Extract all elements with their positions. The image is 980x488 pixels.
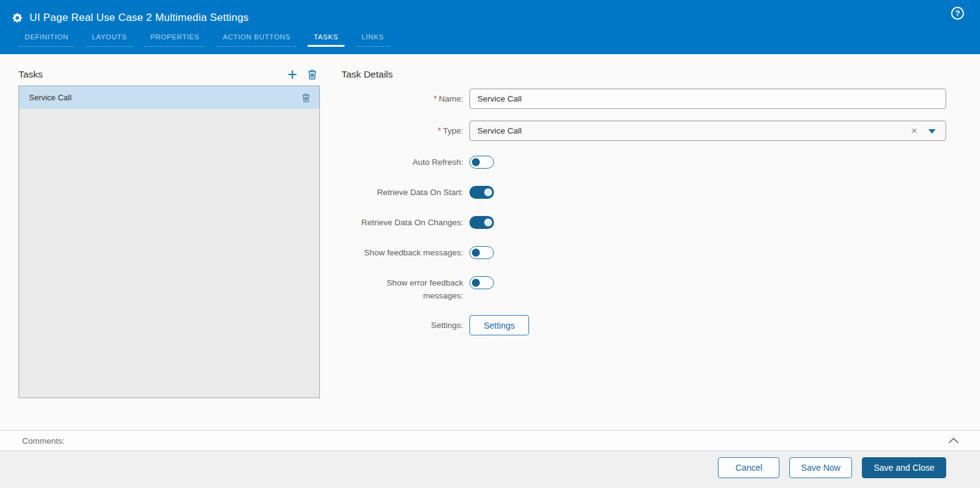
save-and-close-button[interactable]: Save and Close bbox=[862, 457, 946, 478]
help-icon[interactable]: ? bbox=[951, 7, 964, 20]
tab-properties[interactable]: PROPERTIES bbox=[144, 30, 205, 47]
retrieve-data-on-changes-label: Retrieve Data On Changes: bbox=[341, 216, 463, 229]
auto-refresh-label: Auto Refresh: bbox=[341, 156, 463, 169]
footer-action-bar: Cancel Save Now Save and Close bbox=[0, 451, 980, 488]
tab-tasks[interactable]: TASKS bbox=[308, 30, 345, 47]
trash-icon bbox=[307, 69, 317, 80]
save-now-button[interactable]: Save Now bbox=[789, 457, 852, 478]
name-row: *Name: bbox=[341, 89, 980, 109]
type-select[interactable]: Service Call × bbox=[469, 121, 946, 141]
tab-action-buttons[interactable]: ACTION BUTTONS bbox=[217, 30, 297, 47]
show-feedback-messages-toggle[interactable] bbox=[469, 246, 494, 259]
task-details-title: Task Details bbox=[341, 63, 980, 86]
page-title: UI Page Real Use Case 2 Multimedia Setti… bbox=[30, 12, 249, 24]
required-asterisk: * bbox=[434, 94, 437, 103]
toggle-knob bbox=[484, 188, 492, 196]
gear-icon bbox=[11, 12, 23, 24]
clear-icon[interactable]: × bbox=[911, 124, 917, 137]
task-details-form: *Name: *Type: Service Call × bbox=[341, 89, 980, 335]
show-feedback-messages-row: Show feedback messages: bbox=[341, 246, 980, 259]
cancel-button[interactable]: Cancel bbox=[718, 457, 779, 478]
tasks-panel-actions: + bbox=[287, 68, 320, 81]
tasks-panel: Tasks + Service Call bbox=[18, 54, 320, 430]
tab-bar: DEFINITION LAYOUTS PROPERTIES ACTION BUT… bbox=[0, 30, 980, 47]
show-error-feedback-messages-row: Show error feedback messages: bbox=[341, 276, 980, 302]
show-error-feedback-messages-toggle[interactable] bbox=[469, 276, 494, 289]
delete-task-button[interactable] bbox=[307, 69, 317, 80]
main-content: Tasks + Service Call bbox=[0, 54, 980, 430]
auto-refresh-toggle[interactable] bbox=[469, 156, 494, 169]
task-details-panel: Task Details *Name: *Type: bbox=[341, 54, 980, 430]
retrieve-data-on-changes-row: Retrieve Data On Changes: bbox=[341, 216, 980, 229]
toggle-knob bbox=[472, 279, 480, 287]
comments-label: Comments: bbox=[22, 436, 65, 446]
tab-layouts[interactable]: LAYOUTS bbox=[86, 30, 133, 47]
task-item-label: Service Call bbox=[29, 93, 71, 102]
chevron-up-icon[interactable] bbox=[948, 438, 959, 444]
chevron-down-icon[interactable] bbox=[928, 129, 936, 134]
settings-button[interactable]: Settings bbox=[469, 315, 529, 335]
retrieve-data-on-start-label: Retrieve Data On Start: bbox=[341, 186, 463, 199]
plus-icon: + bbox=[287, 68, 297, 81]
tasks-panel-title: Tasks bbox=[18, 69, 43, 80]
settings-row: Settings: Settings bbox=[341, 315, 980, 335]
retrieve-data-on-start-row: Retrieve Data On Start: bbox=[341, 186, 980, 199]
trash-icon bbox=[301, 93, 311, 103]
add-task-button[interactable]: + bbox=[287, 68, 297, 81]
type-label: *Type: bbox=[341, 124, 463, 137]
tab-definition[interactable]: DEFINITION bbox=[18, 30, 74, 47]
task-list: Service Call bbox=[18, 86, 320, 398]
auto-refresh-row: Auto Refresh: bbox=[341, 156, 980, 169]
show-feedback-messages-label: Show feedback messages: bbox=[341, 246, 463, 259]
tasks-panel-header: Tasks + bbox=[18, 63, 320, 86]
toggle-knob bbox=[484, 218, 492, 226]
retrieve-data-on-start-toggle[interactable] bbox=[469, 186, 494, 199]
delete-task-item-button[interactable] bbox=[301, 93, 311, 103]
comments-bar: Comments: bbox=[0, 430, 980, 451]
required-asterisk: * bbox=[438, 126, 441, 135]
settings-label: Settings: bbox=[341, 319, 463, 332]
show-error-feedback-messages-label: Show error feedback messages: bbox=[341, 276, 463, 302]
name-input[interactable] bbox=[469, 89, 946, 109]
toggle-knob bbox=[472, 158, 480, 166]
retrieve-data-on-changes-toggle[interactable] bbox=[469, 216, 494, 229]
app-header: UI Page Real Use Case 2 Multimedia Setti… bbox=[0, 0, 980, 54]
name-label: *Name: bbox=[341, 92, 463, 105]
app-window: UI Page Real Use Case 2 Multimedia Setti… bbox=[0, 0, 980, 488]
header-title-row: UI Page Real Use Case 2 Multimedia Setti… bbox=[0, 0, 980, 27]
type-row: *Type: Service Call × bbox=[341, 121, 980, 141]
task-list-item[interactable]: Service Call bbox=[19, 86, 319, 109]
toggle-knob bbox=[472, 249, 480, 257]
type-select-value: Service Call bbox=[477, 126, 522, 135]
tab-links[interactable]: LINKS bbox=[356, 30, 390, 47]
